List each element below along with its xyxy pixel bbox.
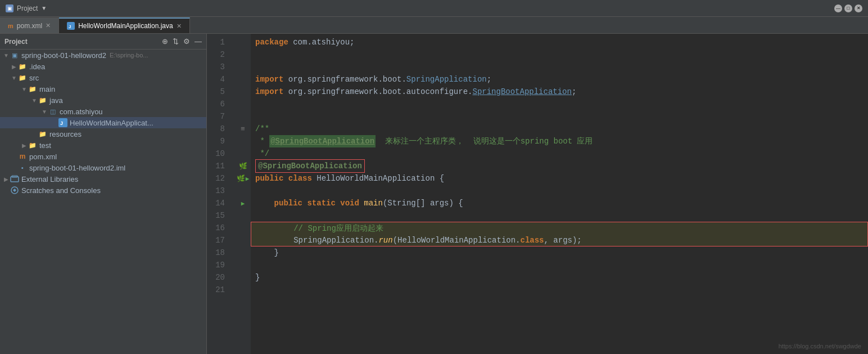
- tree-suffix-root: E:\spring-bo...: [110, 52, 148, 59]
- line-num-4: 4: [207, 73, 229, 86]
- tree-item-resources[interactable]: 📁 resources: [0, 128, 206, 140]
- editor[interactable]: 1 2 3 4 5 6 7 8 9 10 11 12 13 14 15 16 1…: [207, 34, 868, 354]
- code-line-4: import org.springframework.boot.SpringAp…: [251, 73, 868, 86]
- run-method-icon[interactable]: ▶: [241, 200, 245, 207]
- sidebar-header: Project ⊕ ⇅ ⚙ —: [0, 34, 206, 50]
- tree-arrow-java: ▼: [30, 97, 38, 104]
- code-line-11: @SpringBootApplication: [251, 160, 868, 172]
- code-line-2: [251, 48, 868, 61]
- run-method: run: [378, 234, 392, 247]
- project-icon: ▣: [6, 5, 13, 12]
- tree-label-pomxml: pom.xml: [29, 153, 57, 161]
- minimize-button[interactable]: —: [834, 5, 842, 12]
- close-button[interactable]: ✕: [855, 5, 862, 12]
- line-num-15: 15: [207, 209, 229, 222]
- extlib-icon: [10, 174, 19, 183]
- code-line-19: [251, 259, 868, 271]
- code-line-7: [251, 110, 868, 123]
- tree-item-iml[interactable]: ▪ spring-boot-01-helloword2.iml: [0, 162, 206, 173]
- add-icon[interactable]: ⊕: [162, 37, 168, 46]
- tab-pom-close[interactable]: ✕: [46, 22, 51, 29]
- annotation-springbootapp: @SpringBootApplication: [255, 159, 365, 173]
- tree-arrow-test: ▶: [20, 142, 28, 149]
- gutter-9: [235, 135, 251, 147]
- sort-icon[interactable]: ⇅: [173, 37, 179, 46]
- window-controls: — □ ✕: [834, 5, 862, 12]
- line-num-20: 20: [207, 271, 229, 284]
- keyword-import-1: import: [255, 73, 283, 86]
- tab-main[interactable]: J HelloWorldMainApplication.java ✕: [59, 17, 190, 33]
- maximize-button[interactable]: □: [844, 5, 852, 12]
- gutter-5: [235, 86, 251, 98]
- tree-arrow-root: ▼: [2, 52, 10, 59]
- main-content: Project ⊕ ⇅ ⚙ — ▼ ▣ spring-boot-01-hello…: [0, 34, 868, 354]
- tree-arrow-extlibs: ▶: [2, 176, 10, 182]
- gutter-8: ≡: [235, 123, 251, 135]
- title-bar-left: ▣ Project ▼: [6, 5, 47, 12]
- import-semi-1: ;: [487, 73, 491, 86]
- java-file-icon: J: [67, 22, 75, 30]
- tree-item-extlibs[interactable]: ▶ External Libraries: [0, 173, 206, 185]
- import-semi-2: ;: [572, 86, 576, 98]
- javadoc-fold-icon[interactable]: ≡: [241, 125, 245, 133]
- minimize-panel-icon[interactable]: —: [195, 37, 202, 46]
- gutter-10: [235, 147, 251, 160]
- folder-icon-src: 📁: [18, 73, 27, 82]
- tab-pom-prefix: m: [8, 23, 13, 29]
- javadoc-close: */: [255, 147, 269, 160]
- javadoc-annotation: @SpringBootApplication: [269, 135, 376, 147]
- keyword-static: static: [307, 197, 335, 209]
- run-icon[interactable]: ▶: [246, 175, 250, 182]
- gutter-21: [235, 284, 251, 296]
- gutter-3: [235, 61, 251, 73]
- tree-item-helloworld[interactable]: J HelloWorldMainApplicat...: [0, 117, 206, 128]
- tree-item-pomxml[interactable]: m pom.xml: [0, 151, 206, 162]
- settings-icon[interactable]: ⚙: [183, 37, 190, 46]
- line-num-5: 5: [207, 86, 229, 98]
- line-num-11: 11: [207, 160, 229, 172]
- line-num-12: 12: [207, 172, 229, 185]
- code-line-15: [251, 209, 868, 222]
- title-dropdown-icon[interactable]: ▼: [41, 5, 47, 11]
- gutter-17: [235, 234, 251, 247]
- spring-boot-hint-icon[interactable]: 🌿: [239, 162, 247, 171]
- gutter-6: [235, 98, 251, 110]
- line-num-2: 2: [207, 48, 229, 61]
- tree-arrow-main: ▼: [20, 86, 28, 92]
- code-line-21: [251, 284, 868, 296]
- gutter-20: [235, 271, 251, 284]
- tree-item-test[interactable]: ▶ 📁 test: [0, 140, 206, 151]
- tree-item-src[interactable]: ▼ 📁 src: [0, 72, 206, 83]
- package-icon: ◫: [48, 107, 57, 116]
- tab-pom-label: pom.xml: [17, 22, 42, 30]
- tree-label-test: test: [39, 141, 51, 150]
- tab-pom[interactable]: m pom.xml ✕: [0, 17, 59, 33]
- keyword-import-2: import: [255, 86, 283, 98]
- tree-item-root[interactable]: ▼ ▣ spring-boot-01-helloword2 E:\spring-…: [0, 50, 206, 61]
- indent-16: [256, 222, 293, 235]
- tree-label-java: java: [49, 96, 63, 105]
- gutter-16: [235, 222, 251, 234]
- code-line-10: */: [251, 147, 868, 160]
- run-class-icon[interactable]: 🌿: [237, 174, 245, 183]
- title-bar: ▣ Project ▼ — □ ✕: [0, 0, 868, 17]
- tree-item-main[interactable]: ▼ 📁 main: [0, 83, 206, 95]
- gutter-2: [235, 48, 251, 61]
- tree-item-idea[interactable]: ▶ 📁 .idea: [0, 61, 206, 72]
- tree-item-com[interactable]: ▼ ◫ com.atshiyou: [0, 106, 206, 117]
- tree-arrow-src: ▼: [10, 75, 18, 81]
- tree-item-scratches[interactable]: Scratches and Consoles: [0, 185, 206, 196]
- line-num-16: 16: [207, 222, 229, 234]
- run-args: (HelloWorldMainApplication.: [393, 234, 521, 247]
- gutter-1: [235, 36, 251, 48]
- tab-main-label: HelloWorldMainApplication.java: [78, 22, 173, 30]
- sidebar-actions: ⊕ ⇅ ⚙ —: [162, 37, 202, 46]
- line-num-7: 7: [207, 110, 229, 123]
- tree-label-idea: .idea: [29, 62, 45, 71]
- folder-icon-resources: 📁: [38, 129, 47, 138]
- line-numbers: 1 2 3 4 5 6 7 8 9 10 11 12 13 14 15 16 1…: [207, 34, 235, 354]
- line-num-10: 10: [207, 147, 229, 160]
- tab-bar: m pom.xml ✕ J HelloWorldMainApplication.…: [0, 17, 868, 34]
- tree-item-java[interactable]: ▼ 📁 java: [0, 95, 206, 106]
- tab-main-close[interactable]: ✕: [177, 23, 182, 30]
